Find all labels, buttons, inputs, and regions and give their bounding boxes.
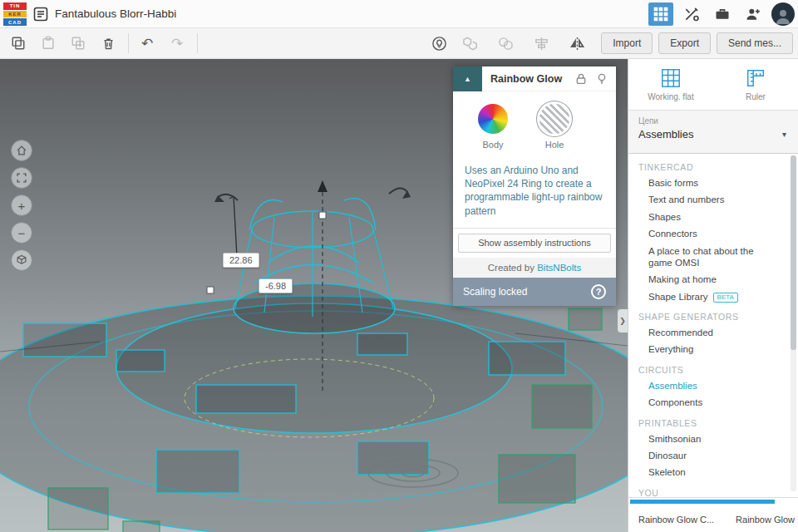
design-properties-icon[interactable]: [33, 7, 48, 22]
ungroup-icon[interactable]: [494, 32, 517, 54]
shapes-sidebar: Working. flat Ruler Цепи Assemblies ▾ TI…: [628, 59, 798, 532]
scrollbar-track: [791, 155, 796, 491]
list-header-circuits: CIRCUITS: [628, 358, 798, 377]
chevron-right-icon: ❯: [619, 317, 626, 325]
sidebar-item-shapes[interactable]: Shapes: [628, 209, 798, 225]
bottom-tab-rainbow-glow-c[interactable]: Rainbow Glow C...: [638, 515, 714, 525]
redo-icon[interactable]: ↷: [165, 32, 189, 54]
undo-glyph: ↶: [141, 35, 153, 52]
perspective-button[interactable]: [11, 249, 32, 271]
scaling-locked-label: Scaling locked: [463, 286, 527, 298]
sidebar-bottom: Rainbow Glow C... Rainbow Glow: [628, 497, 798, 532]
edit-toolbar: ↶ ↷: [0, 28, 798, 59]
assembly-button-row: Show assembly instructions: [453, 228, 616, 258]
collapse-panel-button[interactable]: ▲: [453, 66, 482, 91]
sidebar-item-skeleton[interactable]: Skeleton: [628, 464, 798, 480]
paste-icon[interactable]: [37, 32, 60, 54]
scaling-locked-bar: Scaling locked ?: [453, 278, 616, 306]
dimension-input[interactable]: -6.98: [259, 278, 293, 293]
sidebar-item-assemblies[interactable]: Assemblies: [628, 377, 798, 394]
export-button[interactable]: Export: [658, 32, 711, 54]
rainbow-swatch-icon: [478, 104, 508, 134]
toolbar-right: Import Export Send mes...: [427, 32, 793, 54]
sidebar-item-everything[interactable]: Everything: [628, 341, 798, 357]
list-header-printables: PRINTABLES: [628, 411, 798, 431]
zoom-out-button[interactable]: −: [11, 222, 32, 244]
logo-row-2: KER: [3, 11, 27, 18]
header-actions: [648, 0, 795, 28]
sidebar-item-a-place-to-chat-about-the-game-omsi[interactable]: A place to chat about the game OMSI: [628, 243, 798, 272]
show-assembly-instructions-button[interactable]: Show assembly instructions: [458, 234, 611, 253]
material-options: Body Hole: [453, 91, 616, 159]
shape-list: TINKERCADBasic formsText and numbersShap…: [628, 154, 798, 497]
avatar[interactable]: [771, 2, 795, 26]
beta-badge: BETA: [713, 293, 738, 303]
category-label: Цепи: [638, 116, 788, 126]
chevron-down-icon: ▾: [782, 130, 788, 139]
mirror-icon[interactable]: [565, 32, 589, 54]
sidebar-item-text-and-numbers[interactable]: Text and numbers: [628, 191, 798, 208]
copy-icon[interactable]: [7, 32, 30, 54]
category-dropdown[interactable]: Цепи Assemblies ▾: [628, 111, 798, 154]
list-header-shape-generators: SHAPE GENERATORS: [628, 305, 798, 324]
inspector-panel: ▲ Rainbow Glow Body: [453, 66, 616, 306]
view-nav-controls: + −: [11, 140, 32, 271]
body-option[interactable]: Body: [478, 104, 508, 150]
list-header-you: YOU: [628, 481, 798, 497]
send-button[interactable]: Send mes...: [717, 32, 793, 54]
import-button[interactable]: Import: [601, 32, 653, 54]
shape-description: Uses an Arduino Uno and NeoPixel 24 Ring…: [453, 159, 616, 228]
list-header-tinkercad: TINKERCAD: [628, 155, 798, 175]
sidebar-item-shape-library[interactable]: Shape LibraryBETA: [628, 288, 798, 305]
toolbar-separator: [128, 33, 129, 53]
invite-person-icon[interactable]: [741, 2, 766, 26]
design-title: Fantabulous Blorr-Habbi: [55, 0, 176, 28]
ruler-label: Ruler: [746, 92, 766, 101]
sidebar-item-connectors[interactable]: Connectors: [628, 225, 798, 242]
viewport-3d[interactable]: + − 22.86 -6.98 ▲ Rainbow Glow: [0, 59, 628, 532]
dropdown-value: Assemblies: [638, 128, 693, 140]
workplane-label: Working. flat: [648, 92, 693, 101]
hole-option[interactable]: Hole: [539, 104, 569, 150]
dashboard-grid-button[interactable]: [648, 2, 673, 26]
question-glyph: ?: [596, 287, 602, 297]
shape-name: Rainbow Glow: [482, 73, 574, 85]
workplane-tool[interactable]: Working. flat: [628, 59, 713, 110]
sidebar-item-smithsonian[interactable]: Smithsonian: [628, 431, 798, 447]
workplane-tools: Working. flat Ruler: [628, 59, 798, 111]
undo-icon[interactable]: ↶: [135, 32, 159, 54]
bottom-tabs: Rainbow Glow C... Rainbow Glow: [628, 504, 798, 525]
dimension-input[interactable]: 22.86: [223, 253, 259, 268]
created-by-prefix: Created by: [488, 263, 537, 273]
sidebar-item-components[interactable]: Components: [628, 394, 798, 411]
sidebar-item-dinosaur[interactable]: Dinosaur: [628, 447, 798, 464]
fit-view-button[interactable]: [11, 167, 32, 189]
redo-glyph: ↷: [171, 35, 183, 52]
zoom-out-glyph: −: [18, 226, 26, 240]
show-all-icon[interactable]: [427, 32, 451, 54]
briefcase-icon[interactable]: [710, 2, 735, 26]
scrollbar-thumb[interactable]: [791, 155, 796, 350]
delete-icon[interactable]: [96, 32, 120, 54]
lightbulb-icon[interactable]: [595, 72, 608, 86]
bottom-tab-rainbow-glow[interactable]: Rainbow Glow: [736, 515, 795, 525]
ruler-tool[interactable]: Ruler: [713, 59, 798, 110]
view-home-button[interactable]: [11, 140, 32, 161]
toolbar-separator: [197, 33, 198, 53]
collapse-glyph: ▲: [464, 75, 471, 83]
sidebar-item-basic-forms[interactable]: Basic forms: [628, 175, 798, 191]
group-icon[interactable]: [458, 32, 481, 54]
lock-icon[interactable]: [574, 72, 588, 86]
sidebar-expand-tab[interactable]: ❯: [618, 309, 628, 332]
tools-icon[interactable]: [679, 2, 704, 26]
duplicate-icon[interactable]: [66, 32, 90, 54]
creator-link[interactable]: BitsNBolts: [537, 263, 581, 273]
hole-swatch-icon: [539, 104, 569, 134]
logo-row-1: TIN: [3, 2, 27, 10]
zoom-in-button[interactable]: +: [11, 195, 32, 216]
align-icon[interactable]: [530, 32, 553, 54]
sidebar-item-making-at-home[interactable]: Making at home: [628, 271, 798, 288]
help-icon[interactable]: ?: [591, 284, 606, 299]
tinkercad-logo[interactable]: TIN KER CAD: [3, 2, 27, 26]
sidebar-item-recommended[interactable]: Recommended: [628, 324, 798, 341]
